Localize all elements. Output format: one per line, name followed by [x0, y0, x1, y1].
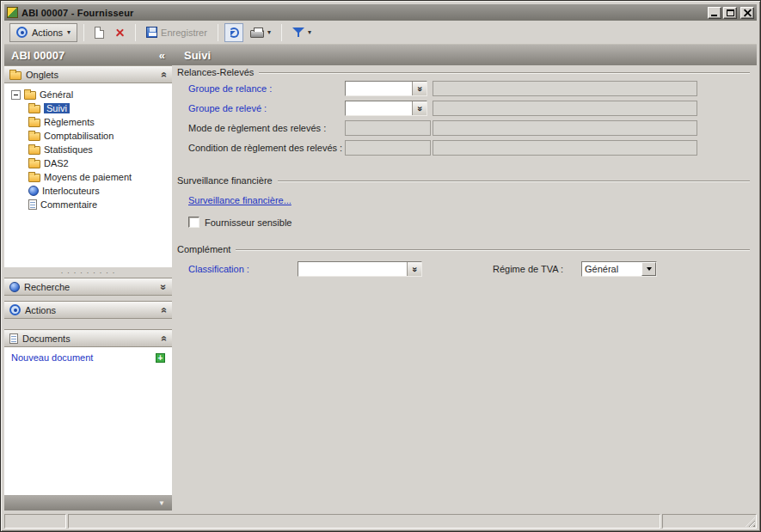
actions-label: Actions	[32, 28, 63, 38]
dropdown-button[interactable]	[641, 262, 656, 276]
close-button[interactable]	[740, 7, 754, 19]
groupe-de-releve-label[interactable]: Groupe de relevé :	[188, 103, 267, 113]
tree-item-label: Commentaire	[40, 199, 97, 210]
tree-item-suivi[interactable]: Suivi	[6, 101, 170, 115]
page-title-bar: Suivi	[172, 45, 757, 65]
tree-item-label: Statistiques	[44, 144, 93, 155]
fournisseur-sensible-label[interactable]: Fournisseur sensible	[205, 217, 292, 228]
sidebar-gap	[4, 319, 172, 329]
group-title-label: Complément	[177, 244, 230, 254]
status-pane-middle	[68, 514, 660, 529]
combo-value	[298, 262, 407, 276]
tree-item-label: DAS2	[44, 158, 69, 168]
group-rule	[259, 72, 750, 74]
minimize-button[interactable]	[708, 7, 721, 19]
groupe-de-relance-combo[interactable]: »	[345, 81, 427, 96]
delete-icon	[115, 28, 125, 37]
collapse-node-icon[interactable]	[11, 90, 21, 100]
collapse-sidebar-button[interactable]: «	[159, 49, 165, 62]
condition-reglement-releves-description-field	[433, 140, 697, 156]
group-relances-releves: Relances-Relevés	[177, 67, 750, 77]
surveillance-financiere-link[interactable]: Surveillance financière...	[188, 195, 292, 205]
section-actions[interactable]: Actions »	[4, 301, 172, 319]
folder-icon	[28, 146, 40, 155]
filter-button[interactable]: ▾	[288, 23, 316, 42]
tree-item-label: Moyens de paiement	[44, 172, 132, 182]
groupe-de-releve-combo[interactable]: »	[345, 101, 427, 116]
tabs-tree: Général Suivi Règlements Comptabilisatio…	[4, 83, 172, 267]
tree-item-das2[interactable]: DAS2	[6, 156, 170, 170]
new-document-row: Nouveau document +	[11, 352, 165, 363]
folder-icon	[28, 105, 40, 113]
new-document-link[interactable]: Nouveau document	[11, 352, 93, 363]
tree-item-comptabilisation[interactable]: Comptabilisation	[6, 129, 170, 143]
status-pane-left	[4, 514, 66, 529]
status-bar	[4, 514, 757, 529]
save-button[interactable]: Enregistrer	[142, 23, 212, 42]
scroll-down-icon: ▼	[158, 499, 165, 507]
toolbar-separator	[218, 24, 218, 41]
chevron-down-icon: ▾	[308, 29, 311, 36]
groupe-de-relance-label[interactable]: Groupe de relance :	[188, 83, 272, 94]
main-panel: Suivi Relances-Relevés Groupe de relance…	[172, 45, 757, 514]
chevron-down-icon	[647, 267, 652, 271]
chevron-up-icon: »	[158, 307, 170, 313]
folder-icon	[24, 91, 36, 100]
group-title-label: Relances-Relevés	[177, 67, 254, 77]
new-document-button[interactable]	[90, 23, 108, 42]
resize-grip[interactable]	[746, 517, 755, 527]
group-title-label: Surveillance financière	[177, 175, 273, 186]
maximize-button[interactable]	[723, 7, 737, 19]
fournisseur-sensible-checkbox[interactable]	[188, 217, 199, 228]
section-recherche-label: Recherche	[24, 282, 70, 292]
mode-reglement-releves-description-field	[433, 120, 697, 136]
actions-button[interactable]: Actions ▾	[9, 23, 77, 42]
delete-button[interactable]	[111, 23, 129, 42]
tree-item-moyens-de-paiement[interactable]: Moyens de paiement	[6, 170, 170, 184]
mode-reglement-releves-label: Mode de règlement des relevés :	[188, 123, 326, 133]
title-bar[interactable]: ABI 00007 - Fournisseur	[4, 4, 757, 21]
splitter-handle[interactable]	[4, 267, 172, 278]
tree-item-general[interactable]: Général	[6, 88, 170, 101]
section-documents[interactable]: Documents »	[4, 329, 172, 347]
lookup-chevrons-icon: »	[410, 266, 420, 272]
tree-item-statistiques[interactable]: Statistiques	[6, 143, 170, 156]
sidebar-bottom-bar[interactable]: ▼	[4, 495, 172, 511]
chevron-down-icon: ▾	[67, 29, 71, 36]
filter-icon	[292, 27, 304, 38]
groupe-de-releve-description-field	[433, 101, 697, 116]
toolbar-separator	[281, 24, 282, 41]
classification-combo[interactable]: »	[298, 261, 422, 277]
print-button[interactable]: ▾	[246, 23, 275, 42]
group-rule	[278, 180, 750, 182]
actions-target-icon	[16, 27, 28, 38]
lookup-button[interactable]: »	[412, 82, 427, 95]
contacts-icon	[28, 186, 39, 196]
lookup-button[interactable]: »	[407, 262, 421, 276]
group-surveillance-financiere: Surveillance financière	[177, 175, 750, 186]
documents-panel: Nouveau document +	[4, 347, 172, 495]
tree-item-interlocuteurs[interactable]: Interlocuteurs	[6, 184, 170, 198]
section-documents-label: Documents	[22, 333, 71, 344]
refresh-button[interactable]	[224, 23, 243, 42]
folder-icon	[9, 71, 21, 80]
folder-icon	[28, 160, 40, 168]
tree-item-commentaire[interactable]: Commentaire	[6, 198, 170, 211]
actions-target-icon	[9, 304, 21, 315]
tree-item-reglements[interactable]: Règlements	[6, 115, 170, 129]
tree-item-label: Suivi	[44, 103, 70, 113]
add-document-icon[interactable]: +	[156, 353, 165, 363]
classification-label[interactable]: Classification :	[188, 264, 249, 274]
tree-item-label: Interlocuteurs	[42, 186, 100, 196]
section-onglets[interactable]: Onglets »	[4, 65, 172, 83]
save-icon	[146, 27, 157, 38]
chevron-up-icon: »	[158, 335, 170, 341]
regime-tva-label: Régime de TVA :	[493, 264, 563, 274]
condition-reglement-releves-label: Condition de règlement des relevés :	[188, 143, 342, 153]
lookup-button[interactable]: »	[412, 101, 427, 115]
toolbar: Actions ▾ Enregistrer ▾ ▾	[4, 21, 757, 45]
lookup-chevrons-icon: »	[415, 106, 425, 111]
section-recherche[interactable]: Recherche »	[4, 278, 172, 296]
regime-tva-combo[interactable]: Général	[581, 261, 657, 277]
combo-value	[346, 101, 412, 115]
